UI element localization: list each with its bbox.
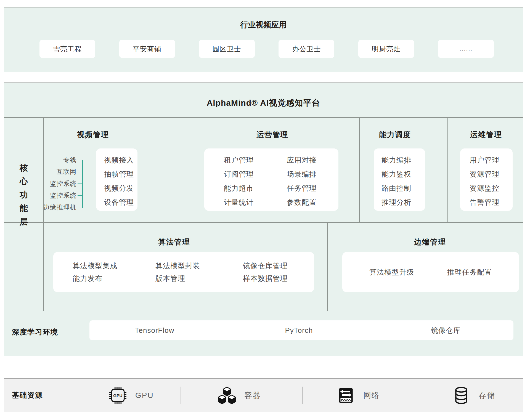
dl-cell-pytorch: PyTorch — [220, 320, 378, 340]
connector-trunk-line — [82, 160, 83, 208]
divider-side-label — [43, 117, 44, 311]
resource-network: 网络 — [337, 379, 380, 412]
dl-cell-registry: 镜像仓库 — [378, 320, 513, 340]
video-source: 监控系统 — [32, 178, 76, 190]
resource-divider — [302, 387, 303, 404]
om-item: 用户管理 — [470, 153, 513, 167]
app-chip-row: 雪亮工程 平安商铺 园区卫士 办公卫士 明厨亮灶 ...... — [39, 40, 494, 58]
video-item: 设备管理 — [104, 195, 137, 209]
resource-divider — [181, 387, 181, 404]
container-cubes-icon — [218, 386, 236, 405]
connector-line-hulianwang — [78, 172, 83, 172]
video-management-card: 视频接入 抽帧管理 视频分发 设备管理 — [96, 148, 137, 211]
ops-item: 订阅管理 — [224, 167, 254, 181]
video-source: 监控系统 — [32, 190, 76, 201]
section-title-ops: 运营管理 — [256, 130, 288, 140]
om-management-card: 用户管理 资源管理 资源监控 告警管理 — [460, 148, 513, 211]
algo-item: 能力发布 — [73, 272, 155, 285]
algo-item: 镜像仓库管理 — [243, 259, 314, 272]
ops-item: 租户管理 — [224, 153, 254, 167]
section-title-algo: 算法管理 — [158, 237, 190, 247]
algo-item: 算法模型集成 — [73, 259, 155, 272]
sched-item: 能力鉴权 — [381, 167, 425, 181]
video-source: 互联网 — [32, 166, 76, 178]
connector-line-jiankong-2 — [78, 195, 83, 196]
om-item: 资源监控 — [470, 181, 513, 195]
ops-item: 任务管理 — [287, 181, 317, 195]
app-chip-mingchu: 明厨亮灶 — [358, 40, 414, 58]
ops-column-left: 租户管理 订阅管理 能力超市 计量统计 — [224, 153, 254, 209]
svg-text:GPU: GPU — [113, 393, 123, 398]
divider-sched-om — [447, 117, 448, 222]
om-item: 资源管理 — [470, 167, 513, 181]
sched-item: 能力编排 — [381, 153, 425, 167]
resource-label-storage: 存储 — [479, 390, 495, 401]
dl-env-bar: TensorFlow PyTorch 镜像仓库 — [89, 320, 513, 340]
section-title-video: 视频管理 — [77, 130, 109, 140]
storage-database-icon — [452, 386, 470, 405]
video-source-list: 专线 互联网 监控系统 监控系统 边缘推理机 — [32, 154, 76, 213]
gpu-chip-icon: GPU — [109, 386, 127, 405]
edge-item: 推理任务配置 — [447, 267, 492, 277]
app-chip-pingan: 平安商铺 — [119, 40, 175, 58]
ops-item: 能力超市 — [224, 181, 254, 195]
algo-item: 样本数据管理 — [243, 272, 314, 285]
dl-env-label: 深度学习环境 — [12, 327, 58, 337]
resource-label-network: 网络 — [363, 390, 380, 401]
section-title-sched: 能力调度 — [379, 130, 411, 140]
network-switch-icon — [337, 386, 355, 405]
sched-item: 路由控制 — [381, 181, 425, 195]
ops-item: 应用对接 — [287, 153, 317, 167]
app-chip-bangong: 办公卫士 — [279, 40, 334, 58]
divider-video-ops — [186, 117, 186, 222]
app-chip-yuanqu: 园区卫士 — [199, 40, 255, 58]
divider-title — [4, 117, 523, 118]
dl-cell-tensorflow: TensorFlow — [89, 320, 220, 340]
industry-apps-box: 行业视频应用 雪亮工程 平安商铺 园区卫士 办公卫士 明厨亮灶 ...... — [4, 7, 523, 72]
app-chip-xueliang: 雪亮工程 — [39, 40, 95, 58]
resource-container: 容器 — [218, 379, 261, 412]
section-title-om: 运维管理 — [470, 130, 502, 140]
platform-title: AlphaMind® AI视觉感知平台 — [4, 97, 523, 109]
resource-label-container: 容器 — [244, 390, 261, 401]
video-item: 抽帧管理 — [104, 167, 137, 181]
resource-divider — [419, 387, 419, 404]
sched-item: 推理分析 — [381, 195, 425, 209]
video-source: 边缘推理机 — [32, 201, 76, 213]
resource-gpu: GPU GPU — [109, 379, 154, 412]
capability-scheduling-card: 能力编排 能力鉴权 路由控制 推理分析 — [374, 148, 425, 211]
connector-line-jiankong-1 — [78, 184, 83, 184]
algorithm-management-card: 算法模型集成 算法模型封装 镜像仓库管理 能力发布 版本管理 样本数据管理 — [53, 252, 314, 292]
base-resources-label: 基础资源 — [12, 379, 43, 412]
ops-item: 场景编排 — [287, 167, 317, 181]
ops-item: 参数配置 — [287, 195, 317, 209]
om-item: 告警管理 — [470, 195, 513, 209]
connector-line-zhuanxian — [78, 160, 96, 160]
algo-item: 算法模型封装 — [155, 259, 243, 272]
ops-management-card: 租户管理 订阅管理 能力超市 计量统计 应用对接 场景编排 任务管理 参数配置 — [204, 148, 338, 211]
edge-item: 算法模型升级 — [369, 267, 414, 277]
ops-column-right: 应用对接 场景编排 任务管理 参数配置 — [287, 153, 317, 209]
ops-item: 计量统计 — [224, 195, 254, 209]
video-item: 视频接入 — [104, 153, 137, 167]
platform-box: AlphaMind® AI视觉感知平台 核心功能层 视频管理 运营管理 能力调度… — [4, 83, 523, 356]
divider-ops-sched — [359, 117, 360, 222]
connector-line-bianyuan — [82, 208, 88, 208]
video-source: 专线 — [32, 154, 76, 166]
video-item: 视频分发 — [104, 181, 137, 195]
app-chip-more: ...... — [438, 40, 494, 58]
divider-row1-row2 — [4, 222, 523, 223]
resource-label-gpu: GPU — [135, 391, 154, 400]
section-title-edge: 边端管理 — [414, 237, 446, 247]
divider-row2-dlenv — [4, 311, 523, 311]
base-resources-box: 基础资源 GPU GPU — [4, 378, 523, 412]
divider-algo-edge — [327, 222, 328, 311]
algo-item: 版本管理 — [155, 272, 243, 285]
industry-apps-title: 行业视频应用 — [4, 20, 523, 30]
resource-storage: 存储 — [452, 379, 495, 412]
architecture-diagram: 行业视频应用 雪亮工程 平安商铺 园区卫士 办公卫士 明厨亮灶 ...... A… — [0, 0, 530, 420]
edge-management-card: 算法模型升级 推理任务配置 — [342, 252, 519, 292]
